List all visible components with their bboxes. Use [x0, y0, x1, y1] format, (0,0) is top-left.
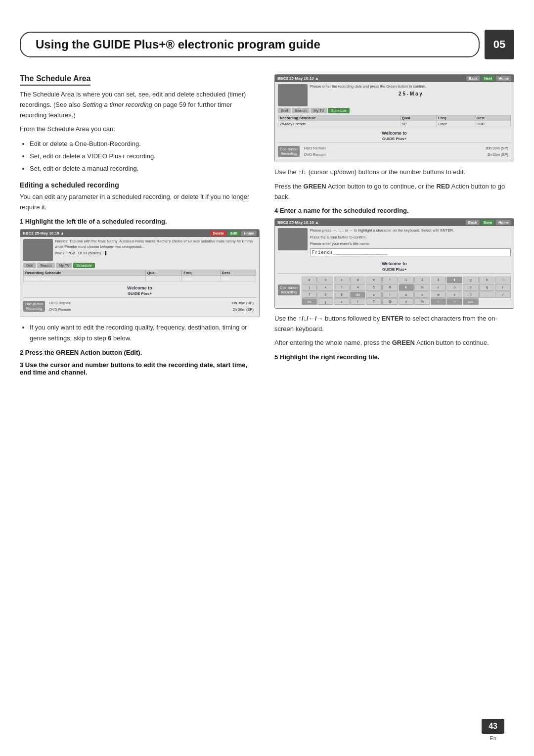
dvd-label: DVD Remain [48, 307, 78, 312]
step2-heading: 2 Press the GREEN Action button (Edit). [20, 349, 260, 356]
screen2-desc-text: Friends: The one with the Male Nanny: A … [55, 239, 256, 249]
screen1-right: Please enter the recording date and pres… [310, 84, 511, 106]
key-z: z [334, 298, 350, 305]
delete-btn: Delete [210, 231, 226, 236]
screen1-welcome-area: Welcome to GUIDE Plus+ [278, 129, 511, 141]
tab-mytv: My TV [56, 263, 73, 268]
step3-right-text1: Use the ↑/↓ (cursor up/down) buttons or … [274, 167, 514, 178]
screen-schedule-edit: BBC2 25-May 10:10 ▲ Delete Edit Home Fri… [20, 229, 260, 317]
screen2-one-btn-label: One-ButtonRecording [23, 301, 45, 312]
screen1-channel: BBC2 25-May 10:10 ▲ [277, 76, 319, 81]
screen-schedule-area: BBC2 25-May 10:10 ▲ Back Next Home Pleas… [274, 74, 514, 162]
td-dest: HDD [220, 276, 256, 282]
screen1-welcome1: Welcome to [278, 131, 511, 136]
dvd-val: 2h 00m (SP) [79, 307, 255, 312]
screen3-keyboard-area: a b c d e f 1 2 3 ⬆ g h i [302, 275, 511, 305]
page-title-box: Using the GUIDE Plus+® electronic progra… [20, 32, 480, 57]
footer-page-number: 43 [482, 719, 504, 734]
screen1-thumbnail [278, 84, 308, 106]
th-rec: Recording Schedule [24, 270, 146, 276]
screen3-notice2: Press the Green button to confirm. [310, 235, 511, 240]
screen1-remain: HDD Remain 30h 33m (SP) DVD Remain 2h 00… [302, 144, 511, 158]
screen3-right: Please press →, ↑, ↓ or ← to highlight a… [310, 228, 511, 258]
footer-lang: En [490, 735, 496, 741]
step3-right-text2: Press the GREEN Action button to go to c… [274, 182, 514, 202]
screen2-welcome2: GUIDE Plus+ [23, 291, 256, 296]
key-w: w [431, 291, 446, 298]
s1-hdd-label: HDD Remain [303, 145, 332, 151]
s1-dvd-label: DVD Remain [303, 152, 332, 157]
screen1-welcome2: GUIDE Plus+ [278, 137, 511, 141]
screen1-topbar: BBC2 25-May 10:10 ▲ Back Next Home [275, 75, 514, 82]
key-l: l [334, 284, 350, 291]
screen3-save-btn: Save [481, 220, 495, 225]
s1-hdd-val: 30h 33m (SP) [333, 145, 510, 151]
key-7: 7 [302, 291, 317, 298]
step4-right-text1: Use the ↑/↓/←/→ buttons followed by ENTE… [274, 314, 514, 334]
s1-tab-schedule: Schedule [328, 108, 349, 113]
hdd-val: 30h 30m (SP) [79, 300, 255, 306]
screen3-body: Please press →, ↑, ↓ or ← to highlight a… [275, 226, 514, 308]
s1-td-dest: HDD [475, 121, 510, 127]
hdd-label: HDD Remain [48, 300, 78, 306]
key-sp3: del [350, 291, 366, 298]
th-qual: Qual [145, 270, 181, 276]
editing-title: Editing a scheduled recording [20, 181, 260, 189]
screen2-buttons: Delete Edit Home [210, 231, 257, 236]
bullet-3: Set, edit or delete a manual recording. [30, 163, 260, 174]
s1-th-rec: Recording Schedule [278, 115, 400, 121]
screen2-description: Friends: The one with the Male Nanny: A … [55, 239, 256, 261]
key-j: j [302, 284, 317, 291]
key-i: i [495, 277, 511, 284]
key-d: d [350, 277, 366, 284]
screen2-thumbnail [23, 239, 53, 261]
screen1-back-btn: Back [466, 76, 480, 81]
step1-sub-bullets: If you only want to edit the recording q… [30, 322, 260, 344]
editing-intro: You can edit any parameter in a schedule… [20, 192, 260, 213]
key-t: t [382, 291, 398, 298]
screen2-ch: BBC2 [55, 251, 65, 255]
s1-td-freq: Once [437, 121, 475, 127]
key-pct: % [414, 298, 430, 305]
step3-heading: 3 Use the cursor and number buttons to e… [20, 361, 260, 376]
key-4: 4 [350, 284, 366, 291]
key-sp1: ⬆ [446, 277, 462, 284]
screen3-lower: Welcome to GUIDE Plus+ [278, 259, 511, 272]
screen3-welcome2: GUIDE Plus+ [278, 267, 511, 272]
th-dest: Dest [220, 270, 256, 276]
page-header: Using the GUIDE Plus+® electronic progra… [20, 30, 514, 59]
key-g: g [463, 277, 479, 284]
s1-th-freq: Freq [437, 115, 475, 121]
screen2-channel: BBC2 25-May 10:10 ▲ [23, 231, 64, 236]
screen3-upper: Please press →, ↑, ↓ or ← to highlight a… [278, 228, 511, 258]
screen3-one-button: One-ButtonRecording a b c d e f 1 2 3 [278, 275, 511, 305]
step1-bullet: If you only want to edit the recording q… [30, 322, 260, 344]
screen3-notice: Please press →, ↑, ↓ or ← to highlight a… [310, 228, 511, 234]
s1-tab-mytv: My TV [311, 108, 327, 113]
screen3-back-btn: Back [466, 220, 480, 225]
s1-tab-grid: Grid [278, 108, 291, 113]
key-5: 5 [366, 284, 382, 291]
schedule-area-bullets: Edit or delete a One-Button-Recording. S… [30, 139, 260, 174]
screen2-body: Friends: The one with the Male Nanny: A … [20, 237, 259, 317]
screen1-one-button: One-ButtonRecording HDD Remain 30h 33m (… [278, 144, 511, 158]
screen3-buttons: Back Save Home [466, 220, 511, 225]
screen3-welcome-area: Welcome to GUIDE Plus+ [278, 259, 511, 272]
key-m: m [414, 284, 430, 291]
key-u: u [399, 291, 414, 298]
key-o: o [446, 284, 462, 291]
screen3-divider [278, 273, 511, 274]
screen3-topbar: BBC2 25-May 10:10 ▲ Back Save Home [275, 219, 514, 226]
page-title: Using the GUIDE Plus+® electronic progra… [36, 38, 464, 51]
key-gt: > [446, 298, 462, 305]
key-b: b [317, 277, 333, 284]
key-2: 2 [414, 277, 430, 284]
screen2-tabs: Grid Search My TV Schedule [23, 263, 256, 268]
key-8: 8 [317, 291, 333, 298]
page-footer: 43 En [482, 719, 504, 741]
step4-heading: 4 Enter a name for the scheduled recordi… [274, 207, 514, 214]
main-content: The Schedule Area The Schedule Area is w… [20, 74, 514, 378]
screen1-tabs: Grid Search My TV Schedule [278, 108, 511, 113]
keyboard-grid: a b c d e f 1 2 3 ⬆ g h i [302, 277, 511, 305]
key-6: 6 [382, 284, 398, 291]
